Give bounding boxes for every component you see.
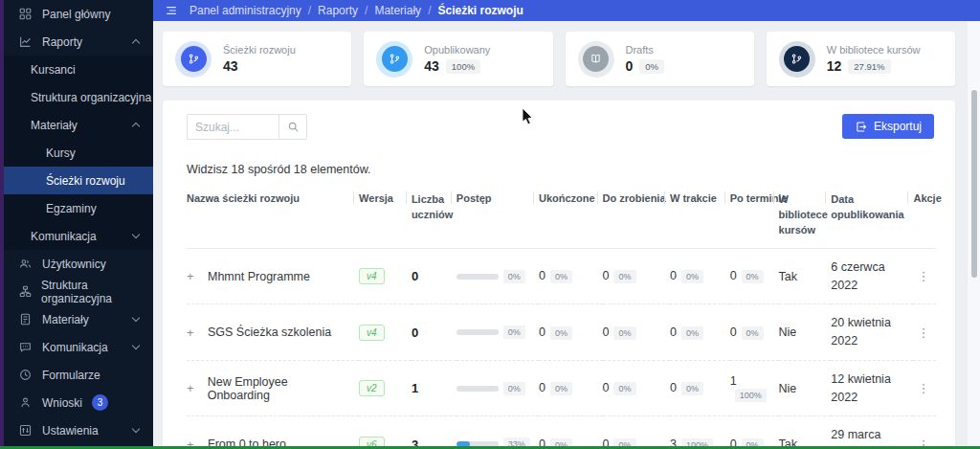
hierarchy-icon [19,285,32,299]
path-icon [382,46,408,72]
overdue-count: 0 [730,326,737,339]
inprogress-count: 0 [670,269,677,282]
sidebar-item-materialy[interactable]: Materiały [4,111,153,139]
sidebar-item-raporty[interactable]: Raporty [4,28,153,56]
sidebar-item-ustawienia[interactable]: Ustawienia [4,416,153,444]
sidebar-item-wnioski[interactable]: Wnioski 3 [4,389,153,416]
search-button[interactable] [278,114,307,140]
progress-bar [457,386,499,392]
row-actions-kebab-icon[interactable]: ⋮ [913,326,933,340]
stat-label: Drafts [626,44,665,56]
path-name[interactable]: SGS Ścieżka szkolenia [208,326,331,339]
sidebar-item-label: Kursy [46,146,76,160]
search-box [187,114,307,140]
expand-row-icon[interactable]: + [187,269,208,283]
breadcrumb-item[interactable]: Raporty [318,4,358,17]
sidebar-item-struktura-organizacyjna-2[interactable]: Struktura organizacyjna [4,278,153,305]
sidebar-item-label: Struktura organizacyjna [41,279,153,305]
row-actions-kebab-icon[interactable]: ⋮ [913,269,933,283]
stat-cards-row: Ścieżki rozwoju 43 Opublikowany 43100% [163,32,955,86]
column-header-overdue: Po terminie [730,189,779,248]
todo-count: 0 [603,269,610,282]
students-count: 0 [412,326,418,340]
path-name[interactable]: New Employee Onboarding [208,375,351,402]
progress-bar [457,329,499,335]
todo-percent-chip: 0% [613,270,635,283]
sidebar-item-materialy-2[interactable]: Materiały [4,305,153,333]
breadcrumb-item[interactable]: Panel administracyjny [189,4,301,17]
table-row: + From 0 to hero v6 3 33% 00% 00% 3100% … [187,416,936,449]
sidebar-item-label: Panel główny [42,8,110,21]
sidebar-item-sciezki-rozwoju[interactable]: Ścieżki rozwoju [4,167,153,194]
overdue-count: 1 [730,374,737,388]
row-actions-kebab-icon[interactable]: ⋮ [913,381,933,395]
todo-percent-chip: 0% [613,326,635,340]
sidebar-item-komunikacja[interactable]: Komunikacja [4,222,153,250]
sidebar-item-panel-glowny[interactable]: Panel główny [4,0,153,28]
stat-label: W bibliotece kursów [827,44,921,56]
left-edge-strip [0,0,4,449]
sidebar-item-kursanci[interactable]: Kursanci [4,56,153,83]
export-button[interactable]: Eksportuj [842,114,934,139]
path-name[interactable]: Mhmnt Programme [208,270,310,283]
breadcrumb: Panel administracyjny / Raporty / Materi… [153,0,980,21]
column-header-todo: Do zrobienia [603,189,670,248]
overdue-percent-chip: 100% [735,389,767,402]
chevron-down-icon [132,425,140,433]
inprogress-percent-chip: 0% [681,270,703,283]
table-body: + Mhmnt Programme v4 0 0% 00% 00% 00% 00… [187,248,936,449]
stat-label: Ścieżki rozwoju [223,44,296,56]
breadcrumb-separator: / [308,4,311,17]
expand-row-icon[interactable]: + [187,381,208,395]
paths-table: Nazwa ścieżki rozwoju Wersja Liczba uczn… [187,189,936,449]
chevron-up-icon [132,123,140,130]
path-icon [181,46,207,72]
sidebar-item-formularze[interactable]: Formularze [4,361,153,389]
overdue-percent-chip: 0% [742,326,764,340]
sidebar-item-label: Materiały [42,313,89,326]
sidebar-item-struktura-organizacyjna[interactable]: Struktura organizacyjna [4,83,153,111]
search-icon [287,121,300,133]
chevron-down-icon [132,342,140,349]
stat-percent-badge: 0% [639,59,664,74]
expand-row-icon[interactable]: + [187,326,208,340]
path-icon [784,46,810,72]
sidebar-item-label: Komunikacja [42,341,108,354]
progress-percent-chip: 0% [503,326,525,339]
stat-card-paths: Ścieżki rozwoju 43 [163,32,351,86]
chat-icon [19,341,33,354]
menu-icon[interactable] [165,4,179,17]
sidebar-item-label: Ścieżki rozwoju [46,174,125,188]
sidebar-item-label: Użytkownicy [42,258,106,271]
version-badge: v4 [359,325,385,341]
column-header-completed: Ukończone [539,189,603,248]
stat-card-published: Opublikowany 43100% [364,32,552,86]
progress-percent-chip: 0% [503,382,525,395]
sidebar-item-label: Raporty [42,35,82,49]
search-input[interactable] [187,114,278,140]
scrollbar-thumb[interactable] [971,90,977,278]
progress-percent-chip: 0% [503,270,525,283]
sidebar-item-komunikacja-2[interactable]: Komunikacja [4,333,153,361]
breadcrumb-item[interactable]: Materiały [374,4,421,17]
todo-count: 0 [603,326,610,339]
sidebar-item-kursy[interactable]: Kursy [4,139,153,167]
sidebar-item-label: Komunikacja [31,230,97,243]
stat-card-in-library: W bibliotece kursów 1227.91% [767,32,955,86]
results-summary: Widzisz 18 spośród 18 elementów. [187,163,936,176]
sidebar-item-label: Struktura organizacyjna [31,91,151,104]
sidebar-item-egzaminy[interactable]: Egzaminy [4,194,153,222]
chevron-down-icon [132,231,140,238]
column-header-name: Nazwa ścieżki rozwoju [187,189,359,248]
inprogress-count: 0 [670,326,677,339]
stat-value: 0 [626,58,634,74]
scrollbar-track[interactable] [967,21,980,449]
published-date: 6 czerwca 2022 [831,248,913,304]
overdue-percent-chip: 0% [742,270,764,283]
document-icon [19,313,33,326]
sidebar-item-uzytkownicy[interactable]: Użytkownicy [4,250,153,278]
toolbar: Eksportuj [187,114,936,140]
page-content: Ścieżki rozwoju 43 Opublikowany 43100% [153,21,980,449]
sidebar: Panel główny Raporty Kursanci Struktura … [0,0,153,449]
sidebar-item-label: Kursanci [31,63,76,77]
